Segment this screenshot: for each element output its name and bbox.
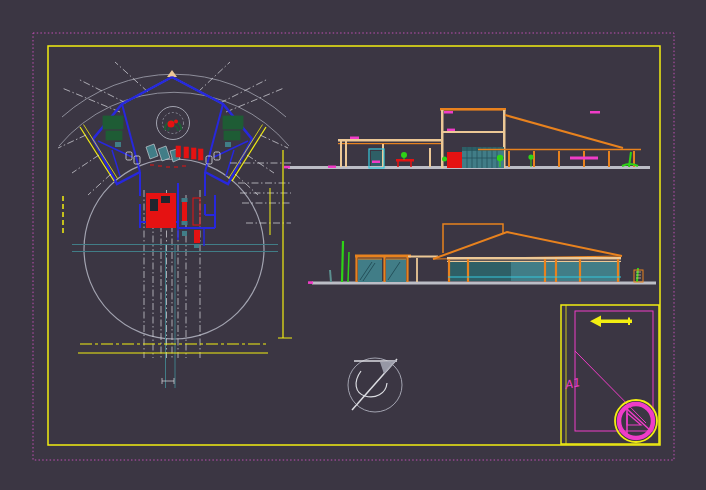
cad-viewport[interactable]: A1: [0, 0, 706, 490]
cad-drawing[interactable]: A1: [0, 0, 706, 490]
